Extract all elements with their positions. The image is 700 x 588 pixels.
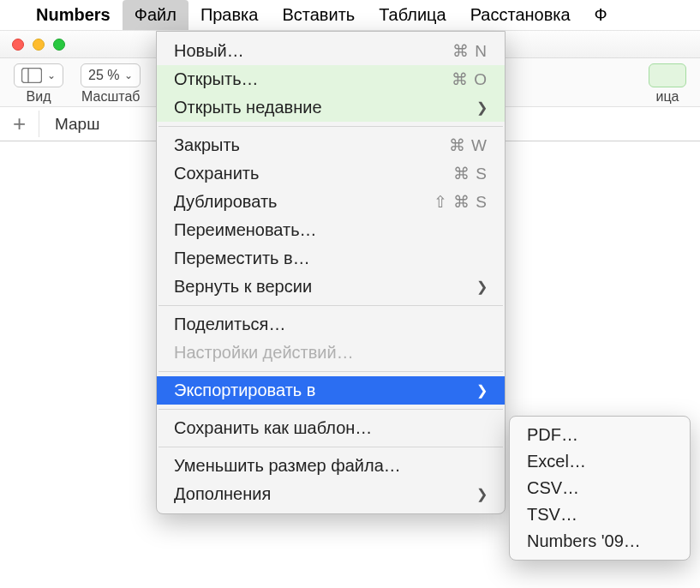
tool-zoom-label: Масштаб [81, 89, 140, 105]
menu-item-action-settings: Настройки действий… [157, 339, 505, 367]
chevron-down-icon: ⌄ [124, 69, 133, 81]
menu-item-share[interactable]: Поделиться… [157, 310, 505, 339]
submenu-item-pdf[interactable]: PDF… [510, 422, 690, 448]
menu-insert[interactable]: Вставить [270, 0, 367, 30]
chevron-right-icon: ❯ [476, 382, 488, 399]
tool-view-label: Вид [27, 89, 51, 105]
menu-item-new[interactable]: Новый…⌘ N [157, 37, 505, 65]
menu-item-reduce-size[interactable]: Уменьшить размер файла… [157, 452, 505, 480]
shortcut: ⇧ ⌘ S [434, 192, 488, 212]
menu-item-open-recent[interactable]: Открыть недавние❯ [157, 93, 505, 122]
menu-item-save[interactable]: Сохранить⌘ S [157, 159, 505, 188]
sheet-name: Марш [55, 115, 99, 134]
menu-item-rename[interactable]: Переименовать… [157, 216, 505, 244]
submenu-item-excel[interactable]: Excel… [510, 448, 690, 475]
submenu-item-numbers09[interactable]: Numbers '09… [510, 528, 690, 555]
menu-item-extras[interactable]: Дополнения❯ [157, 480, 505, 508]
menu-separator [159, 409, 503, 410]
submenu-item-tsv[interactable]: TSV… [510, 501, 690, 528]
sidebar-icon [21, 68, 42, 83]
menu-table[interactable]: Таблица [367, 0, 458, 30]
menu-separator [159, 126, 503, 127]
shortcut: ⌘ O [452, 69, 488, 89]
menu-item-move-to[interactable]: Переместить в… [157, 244, 505, 273]
window-minimize-button[interactable] [33, 39, 45, 51]
menubar: Numbers Файл Правка Вставить Таблица Рас… [0, 0, 700, 31]
shortcut: ⌘ W [449, 135, 488, 155]
sheet-tab[interactable]: Марш [39, 115, 115, 134]
window-close-button[interactable] [12, 39, 24, 51]
menu-format-cut[interactable]: Ф [583, 0, 607, 30]
menu-item-save-template[interactable]: Сохранить как шаблон… [157, 414, 505, 442]
zoom-value: 25 % [88, 68, 119, 83]
tool-table-trunc[interactable]: ица [649, 63, 686, 105]
menu-separator [159, 447, 503, 447]
chevron-right-icon: ❯ [476, 486, 488, 502]
shortcut: ⌘ N [452, 41, 488, 61]
menu-item-revert[interactable]: Вернуть к версии❯ [157, 273, 505, 301]
menu-separator [159, 371, 503, 372]
shortcut: ⌘ S [453, 164, 488, 183]
menu-item-close[interactable]: Закрыть⌘ W [157, 131, 505, 159]
tool-zoom[interactable]: 25 %⌄ Масштаб [81, 63, 141, 105]
menu-file[interactable]: Файл [123, 0, 188, 30]
tool-view[interactable]: ⌄ Вид [14, 63, 63, 105]
chevron-right-icon: ❯ [476, 99, 488, 116]
chevron-down-icon: ⌄ [47, 69, 56, 81]
tool-table-label: ица [656, 89, 679, 105]
submenu-item-csv[interactable]: CSV… [510, 475, 690, 501]
svg-rect-0 [22, 69, 42, 83]
file-menu-dropdown: Новый…⌘ N Открыть…⌘ O Открыть недавние❯ … [156, 31, 506, 514]
window-zoom-button[interactable] [53, 39, 65, 51]
chevron-right-icon: ❯ [476, 279, 488, 295]
export-submenu: PDF… Excel… CSV… TSV… Numbers '09… [509, 416, 691, 561]
menu-item-export[interactable]: Экспортировать в❯ [157, 376, 505, 405]
menu-edit[interactable]: Правка [188, 0, 271, 30]
menu-item-open[interactable]: Открыть…⌘ O [157, 65, 505, 93]
menu-arrange[interactable]: Расстановка [458, 0, 583, 30]
menu-separator [159, 305, 503, 306]
add-sheet-button[interactable]: + [0, 111, 39, 137]
menu-app[interactable]: Numbers [24, 0, 123, 30]
menu-item-duplicate[interactable]: Дублировать⇧ ⌘ S [157, 188, 505, 216]
